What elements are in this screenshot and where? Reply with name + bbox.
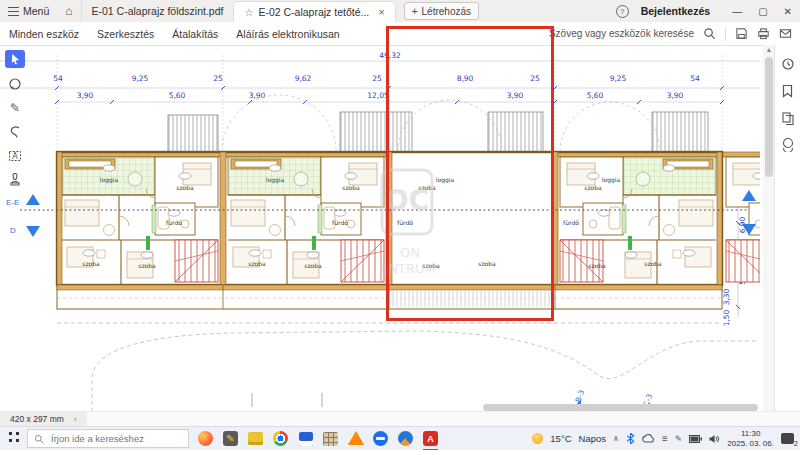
weather-temp[interactable]: 15°C (550, 433, 571, 444)
onedrive-cloud-icon[interactable] (642, 434, 655, 443)
date-label: 2025. 03. 06. (727, 439, 774, 449)
room-label: loggia (100, 176, 119, 184)
taskbar: ✎ A 15°C Napos ∧ ≡ ✎ (0, 426, 800, 450)
teamviewer-icon[interactable] (372, 430, 389, 447)
menu-all-tools[interactable]: Minden eszköz (0, 28, 88, 40)
room-label: szoba (304, 262, 322, 269)
draw-tool-button[interactable]: ✎ (5, 99, 25, 116)
highlight-rectangle (386, 26, 554, 321)
pen-app-icon[interactable]: ✎ (222, 430, 239, 447)
status-bar: 420 x 297 mm ‹ (0, 411, 800, 426)
home-icon: ⌂ (65, 4, 72, 18)
signin-button[interactable]: Bejelentkezés (641, 5, 710, 17)
weather-desc[interactable]: Napos (579, 433, 606, 444)
section-marker-ee: E-E (6, 198, 19, 207)
tab-close-icon[interactable]: × (378, 6, 384, 18)
home-button[interactable]: ⌂ (57, 0, 80, 22)
minimize-button[interactable]: — (732, 6, 742, 17)
dim-label: 9,25 (132, 74, 149, 83)
room-label: szoba (644, 260, 662, 267)
dim-label: 25 (213, 74, 223, 83)
tray-pen-icon[interactable]: ✎ (675, 434, 683, 444)
dim-label: 1,50 (722, 309, 731, 326)
dim-label: 9,25 (610, 74, 627, 83)
horizontal-scrollbar[interactable] (483, 404, 758, 411)
tab-label: E-01 C-alaprajz földszint.pdf (92, 5, 224, 17)
create-button[interactable]: + Létrehozás (404, 2, 479, 20)
speaker-icon[interactable] (709, 434, 720, 444)
dim-label: 3,90 (77, 91, 94, 100)
weather-sun-icon[interactable] (532, 433, 543, 444)
bookmark-icon[interactable] (781, 84, 794, 98)
search-icon (34, 434, 44, 444)
lasso-tool-button[interactable] (5, 123, 25, 140)
print-icon[interactable] (757, 27, 770, 40)
dim-label: 54 (53, 74, 63, 83)
firefox-icon[interactable] (197, 430, 214, 447)
page-thumbnails-icon[interactable] (781, 111, 795, 125)
room-label: szoba (248, 260, 266, 267)
taskbar-search[interactable] (27, 429, 189, 448)
dimension-labels: 49,32 54 9,25 25 9,62 25 8,90 25 9,25 54… (53, 51, 700, 100)
room-label: fürdő (166, 219, 182, 226)
help-icon[interactable]: ? (616, 5, 629, 18)
room-label: szoba (584, 184, 602, 191)
total-commander-icon[interactable] (297, 430, 314, 447)
section-marker-d: D (10, 226, 16, 235)
notification-icon[interactable]: 2 (781, 433, 794, 444)
clock[interactable]: 11:30 2025. 03. 06. (727, 429, 774, 449)
room-label: fürdő (332, 219, 348, 226)
menu-convert[interactable]: Átalakítás (163, 28, 227, 40)
lasso-icon (8, 125, 22, 139)
taskbar-search-input[interactable] (49, 432, 173, 445)
search-icon[interactable] (703, 27, 716, 40)
menu-button[interactable]: Menü (0, 0, 57, 22)
tab-e01[interactable]: E-01 C-alaprajz földszint.pdf (81, 0, 234, 22)
text-box-tool-button[interactable]: A (5, 147, 25, 164)
section-triangle-icon (742, 224, 756, 235)
collapse-icon[interactable]: ‹ (74, 414, 77, 424)
dim-label: 25 (372, 74, 382, 83)
comment-tool-button[interactable] (5, 75, 25, 92)
start-button-icon[interactable] (6, 432, 19, 445)
quick-tools-strip: ✎ A (0, 50, 30, 188)
plus-icon: + (412, 6, 418, 17)
tray-expand-icon[interactable]: ∧ (613, 434, 619, 443)
pencil-icon: ✎ (10, 101, 20, 115)
room-label: loggia (602, 176, 621, 184)
maximize-button[interactable]: ▢ (758, 6, 767, 17)
bluetooth-icon[interactable] (626, 433, 635, 444)
svg-text:A: A (12, 152, 18, 161)
vlc-icon[interactable] (347, 429, 364, 449)
organizer-app-icon[interactable] (322, 430, 339, 447)
room-label: fürdő (563, 219, 579, 226)
acrobat-icon-active[interactable]: A (422, 430, 439, 447)
cad-app-icon[interactable] (247, 430, 264, 447)
select-tool-button[interactable] (5, 50, 25, 68)
browser-app-icon[interactable] (397, 430, 414, 447)
text-box-icon: A (8, 149, 22, 163)
comment-icon (8, 77, 22, 91)
star-icon[interactable]: ☆ (244, 7, 253, 18)
tab-e02-active[interactable]: ☆ E-02 C-alaprajz tetőté... × (233, 1, 395, 23)
cursor-icon (10, 53, 21, 65)
time-label: 11:30 (727, 429, 774, 439)
floorplan-canvas: 49,32 54 9,25 25 9,62 25 8,90 25 9,25 54… (0, 45, 760, 412)
search-label[interactable]: Szöveg vagy eszközök keresése (549, 28, 694, 39)
scrollbar-thumb[interactable] (765, 57, 773, 177)
acrobat-window: Menü ⌂ E-01 C-alaprajz földszint.pdf ☆ E… (0, 0, 800, 450)
menu-edit[interactable]: Szerkesztés (88, 28, 163, 40)
menu-esign[interactable]: Aláírás elektronikusan (227, 28, 348, 40)
tray-list-icon[interactable]: ≡ (662, 433, 668, 444)
mail-icon[interactable] (779, 27, 792, 40)
chrome-icon[interactable] (272, 430, 289, 447)
save-icon[interactable] (735, 27, 748, 40)
hamburger-icon (8, 7, 19, 16)
right-panel (774, 45, 800, 412)
layers-icon[interactable] (781, 138, 795, 152)
history-icon[interactable] (781, 57, 795, 71)
battery-icon[interactable] (689, 435, 702, 443)
dim-label: 3,30 (722, 288, 731, 305)
close-button[interactable]: ✕ (784, 6, 792, 17)
stamp-tool-button[interactable] (5, 171, 25, 188)
